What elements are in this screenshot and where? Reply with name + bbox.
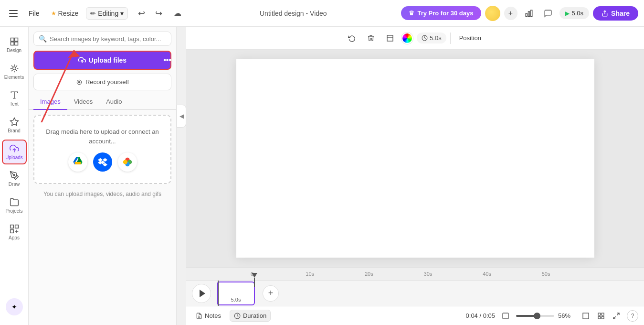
svg-marker-11 (10, 118, 18, 126)
record-yourself-button[interactable]: Record yourself (33, 74, 171, 90)
add-clip-icon: + (268, 288, 274, 298)
play-icon: ▶ (565, 10, 570, 17)
try-pro-label: Try Pro for 30 days (417, 10, 473, 17)
avatar[interactable] (485, 6, 500, 21)
sidebar-item-apps[interactable]: Apps (2, 220, 27, 245)
undo-button[interactable]: ↩ (134, 6, 149, 21)
file-menu[interactable]: File (25, 8, 43, 19)
elements-icon (10, 64, 19, 73)
svg-rect-1 (528, 11, 529, 17)
ruler-mark-20s: 20s (365, 271, 373, 277)
clip-duration-label: 5.0s (231, 297, 241, 303)
sidebar-item-text-label: Text (10, 101, 18, 107)
svg-rect-22 (387, 35, 393, 41)
collapse-panel-button[interactable]: ◀ (177, 105, 186, 128)
projects-icon (10, 197, 19, 207)
tab-audio[interactable]: Audio (99, 94, 128, 110)
delete-button[interactable] (363, 31, 379, 46)
single-view-button[interactable] (579, 309, 592, 323)
zoom-percentage: 56% (558, 312, 575, 319)
color-picker-button[interactable] (401, 32, 413, 44)
sidebar-item-design[interactable]: Design (2, 32, 27, 57)
svg-rect-31 (602, 313, 604, 315)
sidebar-item-elements-label: Elements (4, 75, 24, 80)
sidebar-item-text[interactable]: Text (2, 86, 27, 111)
upload-icon (78, 56, 86, 64)
svg-rect-0 (526, 13, 527, 17)
duration-badge[interactable]: 5.0s (417, 32, 446, 43)
sidebar-item-projects-label: Projects (5, 208, 22, 214)
sidebar-item-brand[interactable]: Brand (2, 113, 27, 138)
cloud-save-button[interactable]: ☁ (170, 6, 185, 21)
preview-button[interactable]: ▶ 5.0s (560, 7, 590, 19)
ruler-mark-30s: 30s (424, 271, 433, 277)
help-button[interactable]: ? (627, 310, 638, 322)
fit-to-screen-button[interactable] (499, 309, 512, 323)
resize-canvas-button[interactable] (382, 31, 398, 46)
magic-tools-button[interactable]: ✦ (6, 298, 23, 315)
zoom-thumb[interactable] (534, 313, 540, 319)
star-icon: ★ (51, 10, 56, 17)
more-options-icon[interactable]: ••• (163, 56, 171, 65)
svg-rect-4 (11, 38, 14, 42)
topbar: File ★ Resize ✏ Editing ▾ ↩ ↪ ☁ Untitled… (0, 0, 644, 27)
upload-area-text: Drag media here to upload or connect an … (42, 127, 163, 146)
play-button[interactable] (192, 284, 211, 303)
add-collaborator-button[interactable]: + (504, 7, 517, 20)
canvas-toolbar: 5.0s Position (186, 27, 644, 50)
timeline-ruler: 0s 10s 20s 30s 40s 50s (186, 267, 644, 281)
media-tabs: Images Videos Audio (29, 94, 176, 110)
google-photos-button[interactable] (118, 152, 137, 172)
tab-videos[interactable]: Videos (67, 94, 100, 110)
grid-view-button[interactable] (594, 309, 608, 323)
timeline-needle[interactable] (252, 273, 257, 287)
search-input-wrap[interactable]: 🔍 (33, 32, 171, 46)
canvas-white[interactable] (236, 59, 594, 258)
timeline-clip[interactable]: 5.0s (217, 282, 255, 305)
sidebar-item-draw[interactable]: Draw (2, 166, 27, 191)
svg-rect-14 (10, 225, 13, 228)
redo-button[interactable]: ↪ (151, 6, 166, 21)
svg-rect-16 (10, 230, 13, 233)
menu-button[interactable] (6, 6, 21, 21)
editing-button[interactable]: ✏ Editing ▾ (86, 7, 128, 20)
toolbar-divider (450, 32, 451, 44)
bottom-bar: Notes Duration 0:04 / 0:05 (186, 306, 644, 325)
needle-line (254, 278, 255, 287)
search-icon: 🔍 (39, 35, 47, 43)
duration-button[interactable]: Duration (230, 310, 271, 322)
add-clip-button[interactable]: + (263, 285, 279, 302)
try-pro-button[interactable]: ♛ Try Pro for 30 days (401, 6, 481, 20)
notes-icon (196, 313, 202, 319)
notes-button[interactable]: Notes (192, 310, 225, 321)
svg-point-8 (12, 67, 16, 70)
play-time-label: 5.0s (572, 10, 584, 17)
drag-drop-area[interactable]: Drag media here to upload or connect an … (33, 115, 171, 184)
sidebar-item-projects[interactable]: Projects (2, 193, 27, 218)
share-button[interactable]: Share (593, 6, 638, 21)
tab-images[interactable]: Images (33, 94, 67, 110)
upload-hint-text: You can upload images, videos, audio and… (29, 189, 176, 202)
uploads-panel: 🔍 Upload files ••• Record yourself Image… (29, 27, 177, 325)
sidebar-item-uploads[interactable]: Uploads (2, 140, 27, 164)
resize-button[interactable]: ★ Resize (47, 8, 83, 19)
search-input[interactable] (50, 35, 166, 43)
share-label: Share (611, 10, 630, 17)
duration-label: Duration (243, 312, 266, 319)
google-drive-button[interactable] (68, 152, 87, 172)
dropbox-button[interactable] (93, 152, 112, 172)
stats-button[interactable] (521, 6, 537, 21)
chevron-down-icon: ▾ (120, 10, 124, 17)
editing-label: Editing (98, 10, 118, 17)
refresh-button[interactable] (344, 31, 359, 46)
comments-button[interactable] (540, 6, 556, 21)
position-button[interactable]: Position (454, 32, 486, 43)
fullscreen-button[interactable] (610, 309, 623, 323)
sidebar-item-elements[interactable]: Elements (2, 59, 27, 84)
sidebar-item-brand-label: Brand (8, 128, 21, 133)
upload-files-button[interactable]: Upload files ••• (33, 51, 171, 70)
ruler-mark-50s: 50s (542, 271, 550, 277)
upload-button-area: Upload files ••• (29, 49, 176, 72)
zoom-slider[interactable] (516, 315, 554, 317)
play-triangle (200, 290, 205, 297)
